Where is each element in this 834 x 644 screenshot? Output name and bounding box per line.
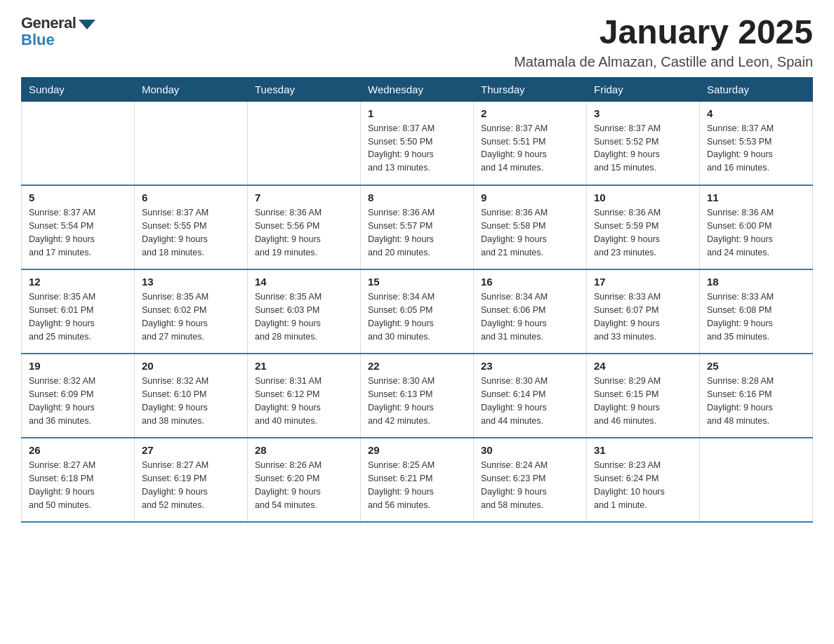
weekday-header-tuesday: Tuesday [248, 77, 361, 101]
day-info: Sunrise: 8:30 AMSunset: 6:14 PMDaylight:… [481, 375, 579, 427]
calendar-cell: 29Sunrise: 8:25 AMSunset: 6:21 PMDayligh… [361, 438, 474, 522]
calendar-cell: 17Sunrise: 8:33 AMSunset: 6:07 PMDayligh… [587, 269, 700, 354]
calendar-cell: 18Sunrise: 8:33 AMSunset: 6:08 PMDayligh… [700, 269, 813, 354]
calendar-cell [248, 101, 361, 185]
day-number: 22 [368, 360, 466, 372]
day-info: Sunrise: 8:34 AMSunset: 6:06 PMDaylight:… [481, 290, 579, 343]
day-info: Sunrise: 8:37 AMSunset: 5:55 PMDaylight:… [142, 206, 240, 259]
calendar-cell: 14Sunrise: 8:35 AMSunset: 6:03 PMDayligh… [248, 269, 361, 354]
day-info: Sunrise: 8:36 AMSunset: 5:57 PMDaylight:… [368, 206, 466, 259]
day-info: Sunrise: 8:33 AMSunset: 6:07 PMDaylight:… [594, 290, 692, 343]
day-info: Sunrise: 8:37 AMSunset: 5:54 PMDaylight:… [29, 206, 127, 259]
logo-arrow-icon [79, 20, 95, 29]
weekday-header-monday: Monday [135, 77, 248, 101]
day-info: Sunrise: 8:32 AMSunset: 6:09 PMDaylight:… [29, 375, 127, 427]
day-info: Sunrise: 8:35 AMSunset: 6:02 PMDaylight:… [142, 290, 240, 343]
calendar-cell: 19Sunrise: 8:32 AMSunset: 6:09 PMDayligh… [22, 354, 135, 438]
day-number: 29 [368, 444, 466, 456]
logo-top: General [21, 14, 95, 32]
day-info: Sunrise: 8:27 AMSunset: 6:19 PMDaylight:… [142, 459, 240, 511]
day-number: 2 [481, 107, 579, 119]
day-info: Sunrise: 8:30 AMSunset: 6:13 PMDaylight:… [368, 375, 466, 427]
day-info: Sunrise: 8:32 AMSunset: 6:10 PMDaylight:… [142, 375, 240, 427]
weekday-header-sunday: Sunday [22, 77, 135, 101]
calendar-cell: 9Sunrise: 8:36 AMSunset: 5:58 PMDaylight… [474, 185, 587, 269]
day-number: 16 [481, 276, 579, 288]
day-number: 24 [594, 360, 692, 372]
day-info: Sunrise: 8:36 AMSunset: 5:59 PMDaylight:… [594, 206, 692, 259]
calendar-cell: 25Sunrise: 8:28 AMSunset: 6:16 PMDayligh… [700, 354, 813, 438]
day-info: Sunrise: 8:37 AMSunset: 5:52 PMDaylight:… [594, 122, 692, 175]
day-info: Sunrise: 8:35 AMSunset: 6:03 PMDaylight:… [255, 290, 353, 343]
day-number: 26 [29, 444, 127, 456]
day-number: 30 [481, 444, 579, 456]
calendar-cell: 30Sunrise: 8:24 AMSunset: 6:23 PMDayligh… [474, 438, 587, 522]
day-info: Sunrise: 8:29 AMSunset: 6:15 PMDaylight:… [594, 375, 692, 427]
calendar-cell: 7Sunrise: 8:36 AMSunset: 5:56 PMDaylight… [248, 185, 361, 269]
calendar-cell: 28Sunrise: 8:26 AMSunset: 6:20 PMDayligh… [248, 438, 361, 522]
calendar-cell: 27Sunrise: 8:27 AMSunset: 6:19 PMDayligh… [135, 438, 248, 522]
day-number: 12 [29, 276, 127, 288]
day-number: 18 [707, 276, 805, 288]
calendar-header: SundayMondayTuesdayWednesdayThursdayFrid… [22, 77, 813, 101]
calendar-cell: 2Sunrise: 8:37 AMSunset: 5:51 PMDaylight… [474, 101, 587, 185]
calendar-cell: 23Sunrise: 8:30 AMSunset: 6:14 PMDayligh… [474, 354, 587, 438]
calendar-cell: 24Sunrise: 8:29 AMSunset: 6:15 PMDayligh… [587, 354, 700, 438]
day-number: 14 [255, 276, 353, 288]
logo-blue-text: Blue [21, 31, 55, 49]
day-number: 10 [594, 192, 692, 203]
logo: General Blue [21, 14, 95, 49]
calendar-cell: 13Sunrise: 8:35 AMSunset: 6:02 PMDayligh… [135, 269, 248, 354]
day-info: Sunrise: 8:27 AMSunset: 6:18 PMDaylight:… [29, 459, 127, 511]
day-number: 3 [594, 107, 692, 119]
day-number: 25 [707, 360, 805, 372]
calendar-cell [700, 438, 813, 522]
location-subtitle: Matamala de Almazan, Castille and Leon, … [514, 54, 813, 70]
day-number: 7 [255, 192, 353, 203]
calendar-week-row: 1Sunrise: 8:37 AMSunset: 5:50 PMDaylight… [22, 101, 813, 185]
calendar-week-row: 12Sunrise: 8:35 AMSunset: 6:01 PMDayligh… [22, 269, 813, 354]
day-number: 9 [481, 192, 579, 203]
calendar-cell: 15Sunrise: 8:34 AMSunset: 6:05 PMDayligh… [361, 269, 474, 354]
calendar-cell: 31Sunrise: 8:23 AMSunset: 6:24 PMDayligh… [587, 438, 700, 522]
day-info: Sunrise: 8:37 AMSunset: 5:53 PMDaylight:… [707, 122, 805, 175]
calendar-cell: 20Sunrise: 8:32 AMSunset: 6:10 PMDayligh… [135, 354, 248, 438]
day-number: 4 [707, 107, 805, 119]
day-number: 31 [594, 444, 692, 456]
day-info: Sunrise: 8:31 AMSunset: 6:12 PMDaylight:… [255, 375, 353, 427]
calendar-cell: 4Sunrise: 8:37 AMSunset: 5:53 PMDaylight… [700, 101, 813, 185]
calendar-cell: 6Sunrise: 8:37 AMSunset: 5:55 PMDaylight… [135, 185, 248, 269]
day-number: 1 [368, 107, 466, 119]
day-info: Sunrise: 8:28 AMSunset: 6:16 PMDaylight:… [707, 375, 805, 427]
day-number: 20 [142, 360, 240, 372]
day-number: 6 [142, 192, 240, 203]
day-number: 28 [255, 444, 353, 456]
calendar-cell: 26Sunrise: 8:27 AMSunset: 6:18 PMDayligh… [22, 438, 135, 522]
calendar-cell: 1Sunrise: 8:37 AMSunset: 5:50 PMDaylight… [361, 101, 474, 185]
calendar-body: 1Sunrise: 8:37 AMSunset: 5:50 PMDaylight… [22, 101, 813, 522]
day-number: 21 [255, 360, 353, 372]
day-info: Sunrise: 8:36 AMSunset: 6:00 PMDaylight:… [707, 206, 805, 259]
day-info: Sunrise: 8:36 AMSunset: 5:56 PMDaylight:… [255, 206, 353, 259]
calendar-cell: 11Sunrise: 8:36 AMSunset: 6:00 PMDayligh… [700, 185, 813, 269]
day-info: Sunrise: 8:26 AMSunset: 6:20 PMDaylight:… [255, 459, 353, 511]
calendar-cell: 22Sunrise: 8:30 AMSunset: 6:13 PMDayligh… [361, 354, 474, 438]
weekday-header-wednesday: Wednesday [361, 77, 474, 101]
day-info: Sunrise: 8:37 AMSunset: 5:51 PMDaylight:… [481, 122, 579, 175]
day-info: Sunrise: 8:37 AMSunset: 5:50 PMDaylight:… [368, 122, 466, 175]
day-info: Sunrise: 8:25 AMSunset: 6:21 PMDaylight:… [368, 459, 466, 511]
day-info: Sunrise: 8:34 AMSunset: 6:05 PMDaylight:… [368, 290, 466, 343]
calendar-table: SundayMondayTuesdayWednesdayThursdayFrid… [21, 77, 813, 523]
day-number: 17 [594, 276, 692, 288]
day-number: 11 [707, 192, 805, 203]
day-number: 15 [368, 276, 466, 288]
weekday-header-saturday: Saturday [700, 77, 813, 101]
calendar-cell [22, 101, 135, 185]
day-info: Sunrise: 8:24 AMSunset: 6:23 PMDaylight:… [481, 459, 579, 511]
day-number: 27 [142, 444, 240, 456]
calendar-cell [135, 101, 248, 185]
day-info: Sunrise: 8:23 AMSunset: 6:24 PMDaylight:… [594, 459, 692, 511]
calendar-week-row: 5Sunrise: 8:37 AMSunset: 5:54 PMDaylight… [22, 185, 813, 269]
calendar-cell: 8Sunrise: 8:36 AMSunset: 5:57 PMDaylight… [361, 185, 474, 269]
calendar-week-row: 19Sunrise: 8:32 AMSunset: 6:09 PMDayligh… [22, 354, 813, 438]
